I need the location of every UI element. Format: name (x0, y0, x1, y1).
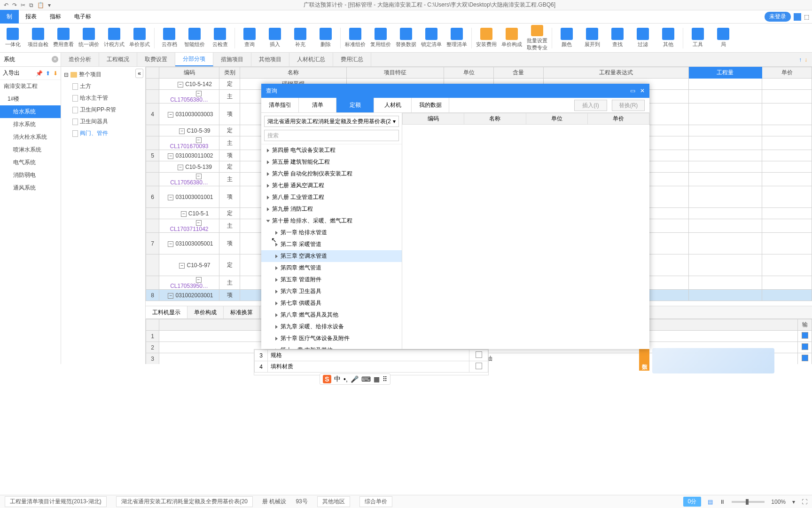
tool-展开到[interactable]: 展开到 (579, 25, 605, 51)
tree-node[interactable]: 卫生间器具 (63, 116, 143, 127)
bottom-tab[interactable]: 标准换算 (224, 306, 260, 318)
quota-tree-item[interactable]: 第九册 消防工程 (261, 203, 402, 215)
ime-apps-icon[interactable]: ⠿ (383, 375, 387, 383)
quota-tree-item[interactable]: 第四册 电气设备安装工程 (261, 144, 402, 156)
search-input[interactable]: 搜索 (264, 130, 399, 141)
toggle-icon[interactable]: − (179, 263, 185, 269)
tool-项目自检[interactable]: 项目自检 (25, 25, 51, 51)
tool-过滤[interactable]: 过滤 (630, 25, 656, 51)
tool-删除[interactable]: 删除 (313, 25, 338, 51)
login-button[interactable]: 未登录 (765, 12, 791, 22)
quota-tree-item[interactable]: 第五章 管道附件 (261, 274, 402, 286)
tool-云检查[interactable]: 云检查 (207, 25, 233, 51)
tree-node[interactable]: 给水主干管 (63, 92, 143, 104)
toggle-icon[interactable]: − (196, 277, 202, 283)
nav-item[interactable]: 排水系统 (0, 118, 61, 131)
arrow-down-icon[interactable]: ↓ (804, 56, 807, 63)
status-region[interactable]: 其他地区 (317, 496, 350, 507)
nav-item[interactable]: 消防弱电 (0, 169, 61, 182)
spec-grid[interactable]: 3规格4填料材质 (254, 349, 488, 373)
nav-item[interactable]: 电气系统 (0, 156, 61, 169)
col-header[interactable]: 项目特征 (347, 67, 444, 79)
nav-item[interactable]: 通风系统 (0, 182, 61, 194)
tool-费用查看[interactable]: 费用查看 (51, 25, 76, 51)
tool-查找[interactable]: 查找 (605, 25, 630, 51)
apps-icon[interactable] (794, 13, 801, 21)
tool-计税方式[interactable]: 计税方式 (102, 25, 127, 51)
bottom-tab[interactable]: 工料机显示 (146, 306, 187, 318)
tab-费用汇总[interactable]: 费用汇总 (333, 53, 371, 66)
menu-指标[interactable]: 指标 (43, 10, 68, 24)
result-col-header[interactable]: 单价 (587, 113, 649, 125)
tool-单价构成[interactable]: 单价构成 (499, 25, 524, 51)
tool-统一调价[interactable]: 统一调价 (76, 25, 102, 51)
toggle-icon[interactable]: − (196, 220, 202, 226)
checkbox-icon[interactable] (802, 343, 808, 350)
tab-分部分项[interactable]: 分部分项 (175, 53, 213, 66)
arrow-up-icon[interactable]: ↑ (799, 56, 802, 63)
dialog-tab[interactable]: 人材机 (374, 98, 412, 112)
tool-锁定清单[interactable]: 锁定清单 (419, 25, 444, 51)
quota-tree-item[interactable]: 第八册 工业管道工程 (261, 191, 402, 203)
up-icon[interactable]: ⬆ (46, 70, 50, 77)
tool-标准组价[interactable]: 标准组价 (343, 25, 368, 51)
dialog-tab[interactable]: 我的数据 (412, 98, 449, 112)
quota-combo[interactable]: 湖北省通用安装工程消耗量定额及全费用基价表(2 ▾ (264, 116, 399, 127)
checkbox-icon[interactable] (476, 351, 482, 358)
status-spec[interactable]: 工程量清单项目计量规范(2013-湖北) (5, 496, 107, 507)
toggle-icon[interactable]: − (196, 91, 202, 96)
insert-button[interactable]: 插入(I) (574, 100, 607, 111)
col-header[interactable]: 名称 (240, 67, 347, 79)
toggle-icon[interactable]: − (178, 165, 183, 170)
toggle-icon[interactable]: − (168, 241, 173, 247)
dialog-tab[interactable]: 清单指引 (261, 98, 299, 112)
toggle-icon[interactable]: − (181, 211, 187, 217)
tool-云存档[interactable]: 云存档 (156, 25, 182, 51)
result-col-header[interactable]: 名称 (464, 113, 526, 125)
menu-制[interactable]: 制 (0, 10, 19, 24)
col-header[interactable]: 类别 (219, 67, 240, 79)
fullscreen-icon[interactable]: ⛶ (802, 499, 807, 505)
nav-item[interactable]: 喷淋水系统 (0, 143, 61, 156)
toggle-icon[interactable]: − (196, 137, 202, 143)
col-header[interactable]: 编码 (159, 67, 219, 79)
spec-row[interactable]: 3规格 (255, 350, 488, 361)
menu-电子标[interactable]: 电子标 (68, 10, 98, 24)
toggle-icon[interactable]: − (168, 293, 173, 299)
result-col-header[interactable]: 编码 (403, 113, 464, 125)
col-header[interactable]: 单价 (762, 67, 812, 79)
status-price-mode[interactable]: 综合单价 (359, 496, 392, 507)
quota-tree-item[interactable]: 第六册 自动化控制仪表安装工程 (261, 168, 402, 180)
dialog-tab[interactable]: 清单 (299, 98, 336, 112)
tool-局[interactable]: 局 (710, 25, 736, 51)
ime-toolbar[interactable]: S 中 •, 🎤 ⌨ ▦ ⠿ (320, 373, 390, 385)
ime-punct-icon[interactable]: •, (344, 375, 348, 383)
close-icon[interactable]: ✕ (640, 87, 645, 94)
tab-工程概况[interactable]: 工程概况 (99, 53, 137, 66)
nav-item[interactable]: 南漳安装工程 (0, 80, 61, 93)
tool-补充[interactable]: 补充 (288, 25, 313, 51)
status-quota[interactable]: 湖北省通用安装工程消耗量定额及全费用基价表(20 (116, 496, 253, 507)
tool-工具[interactable]: 工具 (685, 25, 710, 51)
quota-tree-item[interactable]: 第三章 空调水管道 (261, 250, 402, 262)
tool-查询[interactable]: 查询 (237, 25, 262, 51)
pause-icon[interactable]: ⏸ (719, 499, 725, 505)
nav-item[interactable]: 1#楼 (0, 93, 61, 105)
quota-tree-item[interactable]: 第二章 采暖管道 (261, 238, 402, 250)
checkbox-icon[interactable] (802, 355, 808, 361)
quota-tree-item[interactable]: 第七章 供暖器具 (261, 297, 402, 309)
view-icon[interactable]: ▤ (708, 499, 713, 505)
undo-icon[interactable]: ↶ (4, 2, 8, 8)
col-header[interactable]: 单位 (444, 67, 494, 79)
toggle-icon[interactable]: − (168, 153, 173, 159)
tool-安装费用[interactable]: 安装费用 (474, 25, 499, 51)
pin-icon[interactable]: 📌 (36, 70, 43, 77)
tool-单价形式[interactable]: 单价形式 (127, 25, 152, 51)
col-header[interactable]: 工程量表达式 (543, 67, 688, 79)
paste-icon[interactable]: 📋 (37, 2, 44, 8)
ime-mic-icon[interactable]: 🎤 (351, 375, 359, 383)
close-panel-icon[interactable]: × (52, 56, 58, 63)
tool-复用组价[interactable]: 复用组价 (368, 25, 393, 51)
tool-颜色[interactable]: 颜色 (554, 25, 579, 51)
quota-tree-item[interactable]: 第八章 燃气器具及其他 (261, 309, 402, 321)
